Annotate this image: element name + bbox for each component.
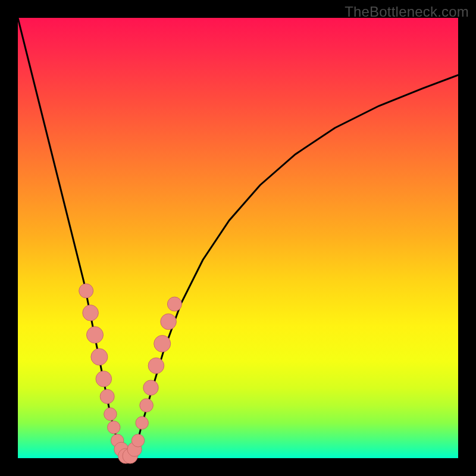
highlight-bead <box>136 416 148 429</box>
watermark-text: TheBottleneck.com <box>345 4 469 20</box>
chart-frame <box>18 18 458 458</box>
highlight-bead <box>91 349 108 365</box>
highlight-bead <box>83 305 99 321</box>
highlight-bead <box>131 434 144 447</box>
highlight-bead <box>79 284 93 298</box>
highlight-bead <box>140 399 154 412</box>
bottleneck-curve-line <box>18 18 458 458</box>
highlight-bead <box>148 358 164 374</box>
chart-svg <box>18 18 458 458</box>
highlight-bead <box>108 421 120 434</box>
highlight-bead <box>87 327 104 343</box>
highlight-beads-group <box>79 284 182 464</box>
highlight-bead <box>161 314 177 330</box>
highlight-bead <box>100 389 114 403</box>
highlight-bead <box>167 297 181 311</box>
highlight-bead <box>96 371 112 387</box>
highlight-bead <box>143 380 158 395</box>
highlight-bead <box>154 336 171 352</box>
highlight-bead <box>104 408 117 420</box>
